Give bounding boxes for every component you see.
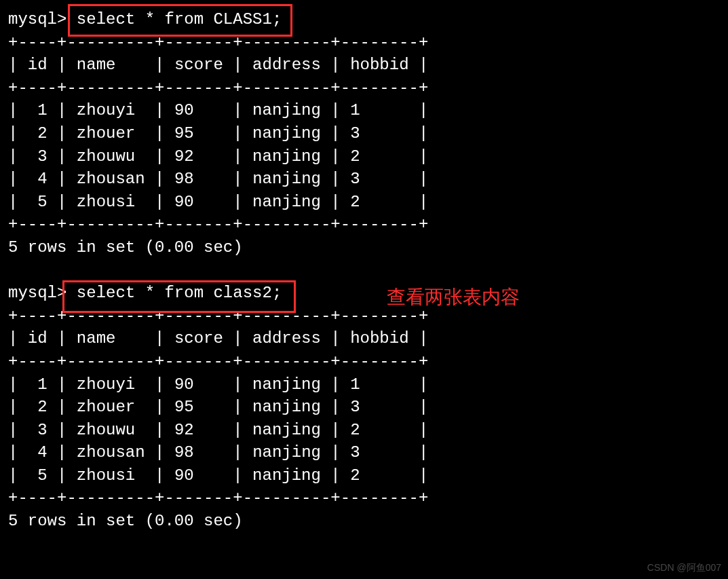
- terminal-line[interactable]: mysql> select * from CLASS1;: [8, 8, 720, 31]
- table-header: | id | name | score | address | hobbid |: [8, 327, 720, 350]
- table-header: | id | name | score | address | hobbid |: [8, 54, 720, 77]
- table-row: | 1 | zhouyi | 90 | nanjing | 1 |: [8, 373, 720, 396]
- table-row: | 2 | zhouer | 95 | nanjing | 3 |: [8, 396, 720, 419]
- annotation-label: 查看两张表内容: [387, 284, 520, 310]
- sql-query-2: select * from class2;: [77, 284, 282, 302]
- table-divider: +----+---------+-------+---------+------…: [8, 31, 720, 54]
- table-divider: +----+---------+-------+---------+------…: [8, 305, 720, 328]
- table-row: | 3 | zhouwu | 92 | nanjing | 2 |: [8, 419, 720, 442]
- result-summary: 5 rows in set (0.00 sec): [8, 236, 720, 259]
- table-divider: +----+---------+-------+---------+------…: [8, 213, 720, 236]
- table-row: | 4 | zhousan | 98 | nanjing | 3 |: [8, 441, 720, 464]
- sql-query-1: select * from CLASS1;: [77, 10, 282, 29]
- mysql-prompt: mysql>: [8, 10, 66, 29]
- watermark: CSDN @阿鱼007: [647, 561, 721, 575]
- table-row: | 5 | zhousi | 90 | nanjing | 2 |: [8, 464, 720, 487]
- result-summary: 5 rows in set (0.00 sec): [8, 510, 720, 533]
- table-divider: +----+---------+-------+---------+------…: [8, 350, 720, 373]
- table-row: | 2 | zhouer | 95 | nanjing | 3 |: [8, 122, 720, 145]
- blank-line: [8, 259, 720, 282]
- terminal-line[interactable]: mysql> select * from class2;: [8, 282, 720, 305]
- table-row: | 5 | zhousi | 90 | nanjing | 2 |: [8, 191, 720, 214]
- table-divider: +----+---------+-------+---------+------…: [8, 77, 720, 100]
- table-row: | 1 | zhouyi | 90 | nanjing | 1 |: [8, 99, 720, 122]
- table-row: | 4 | zhousan | 98 | nanjing | 3 |: [8, 168, 720, 191]
- table-row: | 3 | zhouwu | 92 | nanjing | 2 |: [8, 145, 720, 168]
- mysql-prompt: mysql>: [8, 284, 66, 302]
- table-divider: +----+---------+-------+---------+------…: [8, 487, 720, 510]
